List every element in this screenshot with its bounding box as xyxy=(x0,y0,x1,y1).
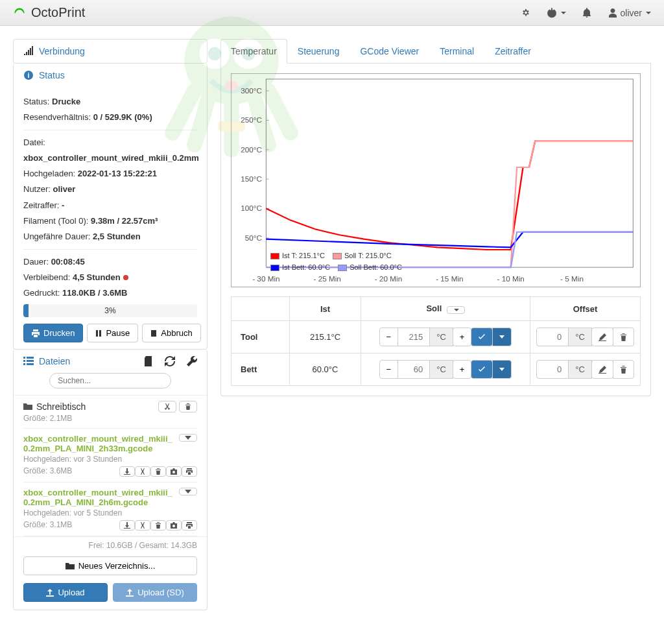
connection-title[interactable]: Verbindung xyxy=(39,46,85,56)
tab-gcode[interactable]: GCode Viewer xyxy=(350,39,429,63)
svg-rect-30 xyxy=(266,79,633,267)
user-name: oliver xyxy=(621,8,642,18)
settings-icon[interactable] xyxy=(521,8,531,18)
download-button[interactable] xyxy=(119,466,135,477)
temperature-chart[interactable]: 50°C100°C150°C200°C250°C300°C- 30 Min- 2… xyxy=(231,73,641,287)
new-folder-button[interactable]: Neues Verzeichnis... xyxy=(23,556,197,575)
edit-offset-button[interactable] xyxy=(591,328,613,346)
delete-button[interactable] xyxy=(150,520,166,531)
stop-icon xyxy=(150,329,157,337)
upload-icon xyxy=(46,589,54,597)
svg-text:- 10 Min: - 10 Min xyxy=(497,275,524,283)
svg-text:150°C: 150°C xyxy=(241,175,262,183)
pause-icon xyxy=(95,329,102,337)
increase-button[interactable]: + xyxy=(453,360,472,379)
svg-text:i: i xyxy=(27,71,29,79)
user-menu[interactable]: oliver xyxy=(608,8,651,18)
tab-terminal[interactable]: Terminal xyxy=(429,39,484,63)
folder-item[interactable]: Schreibtisch Größe: 2.1MB xyxy=(23,396,197,429)
actual-temp: 60.0°C xyxy=(290,353,361,386)
svg-text:- 25 Min: - 25 Min xyxy=(314,275,341,283)
upload-sd-button[interactable]: Upload (SD) xyxy=(113,583,197,602)
table-row: Tool 215.1°C − °C + °C xyxy=(231,321,641,353)
svg-rect-4 xyxy=(151,330,156,337)
file-list[interactable]: Schreibtisch Größe: 2.1MB xbox_controlle… xyxy=(14,395,207,537)
svg-text:250°C: 250°C xyxy=(241,117,262,125)
list-icon xyxy=(23,356,34,366)
wrench-icon[interactable] xyxy=(187,356,197,366)
offset-input[interactable] xyxy=(536,360,569,379)
folder-cut-button[interactable] xyxy=(158,401,176,412)
target-input[interactable] xyxy=(397,360,430,379)
chevron-down-icon[interactable] xyxy=(179,434,197,442)
delete-button[interactable] xyxy=(150,466,166,477)
storage-info: Frei: 10.6GB / Gesamt: 14.3GB xyxy=(14,537,207,554)
refresh-icon[interactable] xyxy=(165,356,175,366)
folder-delete-button[interactable] xyxy=(179,401,197,412)
folder-icon xyxy=(23,403,32,411)
scissors-icon xyxy=(164,403,171,410)
brand-text: OctoPrint xyxy=(31,5,85,20)
print-file-button[interactable] xyxy=(182,520,197,531)
sd-card-icon[interactable] xyxy=(144,356,153,366)
preset-dropdown-button[interactable] xyxy=(492,328,512,346)
status-title[interactable]: Status xyxy=(39,70,65,80)
svg-rect-3 xyxy=(99,330,101,337)
notifications-icon[interactable] xyxy=(582,8,592,18)
svg-text:50°C: 50°C xyxy=(245,234,262,242)
chevron-down-icon[interactable] xyxy=(179,488,197,495)
actual-temp: 215.1°C xyxy=(290,321,361,353)
file-item[interactable]: xbox_controller_mount_wired_mkiii_0.2mm_… xyxy=(23,429,197,483)
svg-text:- 20 Min: - 20 Min xyxy=(375,275,402,283)
power-icon[interactable] xyxy=(547,8,566,18)
search-input[interactable] xyxy=(49,373,171,388)
target-input[interactable] xyxy=(397,328,430,346)
signal-icon xyxy=(23,46,34,56)
target-dropdown-button[interactable] xyxy=(447,306,465,314)
preset-dropdown-button[interactable] xyxy=(492,360,512,379)
svg-rect-2 xyxy=(96,330,98,337)
tab-timelapse[interactable]: Zeitraffer xyxy=(484,39,541,63)
svg-point-9 xyxy=(242,47,255,60)
print-file-button[interactable] xyxy=(182,466,197,477)
file-item[interactable]: xbox_controller_mount_wired_mkiii_0.2mm_… xyxy=(23,483,197,536)
warning-dot-icon xyxy=(123,275,128,280)
decrease-button[interactable]: − xyxy=(379,360,399,379)
cut-button[interactable] xyxy=(135,520,150,531)
apply-button[interactable] xyxy=(471,360,493,379)
svg-text:- 30 Min: - 30 Min xyxy=(252,275,279,283)
files-title[interactable]: Dateien xyxy=(39,356,70,366)
upload-button[interactable]: Upload xyxy=(23,583,108,602)
load-button[interactable] xyxy=(166,520,182,531)
offset-input[interactable] xyxy=(536,328,569,346)
info-icon: i xyxy=(23,70,34,80)
upload-icon xyxy=(126,589,134,597)
table-row: Bett 60.0°C − °C + °C xyxy=(231,353,641,386)
svg-point-8 xyxy=(208,47,222,60)
files-panel: Dateien Schreibtisch xyxy=(13,350,208,610)
delete-offset-button[interactable] xyxy=(613,360,634,379)
apply-button[interactable] xyxy=(471,328,493,346)
brand[interactable]: OctoPrint xyxy=(13,5,85,20)
octoprint-logo-icon xyxy=(13,6,26,19)
svg-text:- 5 Min: - 5 Min xyxy=(560,275,584,283)
decrease-button[interactable]: − xyxy=(379,328,399,346)
svg-text:300°C: 300°C xyxy=(241,87,262,95)
cancel-button[interactable]: Abbruch xyxy=(142,324,200,342)
pause-button[interactable]: Pause xyxy=(87,324,138,342)
navbar: OctoPrint oliver xyxy=(0,0,664,26)
cut-button[interactable] xyxy=(135,466,150,477)
heater-name: Bett xyxy=(231,353,290,386)
load-button[interactable] xyxy=(166,466,182,477)
progress-bar: 3% xyxy=(23,304,197,317)
print-button[interactable]: Drucken xyxy=(23,324,83,342)
edit-offset-button[interactable] xyxy=(591,360,613,379)
download-button[interactable] xyxy=(119,520,135,531)
delete-offset-button[interactable] xyxy=(613,328,634,346)
trash-icon xyxy=(185,403,191,410)
svg-text:100°C: 100°C xyxy=(241,205,262,213)
increase-button[interactable]: + xyxy=(453,328,472,346)
temperature-table: Ist Soll Offset Tool 215.1°C − °C + °C B… xyxy=(231,296,641,386)
chart-legend: Ist T: 215.1°C Soll T: 215.0°C Ist Bett:… xyxy=(270,250,402,273)
heater-name: Tool xyxy=(231,321,290,353)
